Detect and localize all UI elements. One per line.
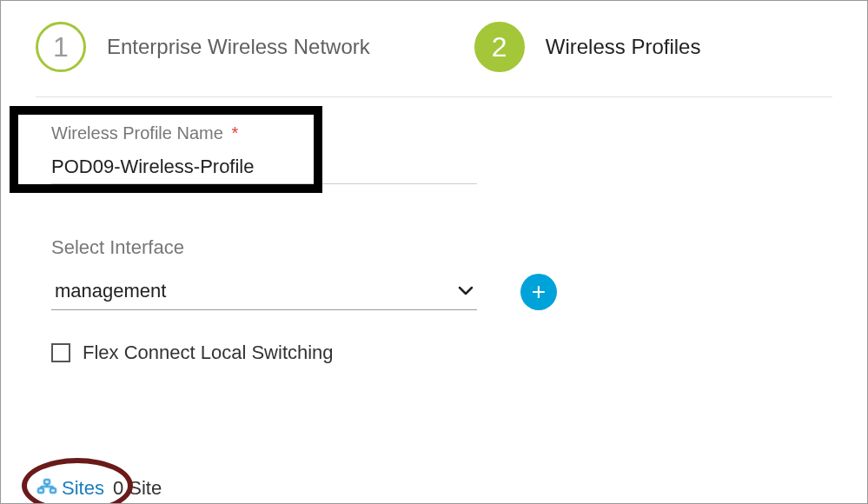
add-interface-button[interactable]: + xyxy=(520,274,557,310)
step-1-number: 1 xyxy=(53,31,69,63)
interface-row: management + xyxy=(51,273,832,310)
profile-name-group: Wireless Profile Name * xyxy=(36,123,832,184)
step-2-number: 2 xyxy=(492,31,507,63)
step-1-circle: 1 xyxy=(36,22,86,72)
interface-group: Select Interface management + Flex Conne… xyxy=(36,236,832,364)
flex-connect-checkbox[interactable] xyxy=(51,343,70,362)
svg-rect-2 xyxy=(50,488,56,493)
wizard-stepper: 1 Enterprise Wireless Network 2 Wireless… xyxy=(1,1,867,96)
sites-link[interactable]: Sites xyxy=(62,477,104,500)
profile-name-label: Wireless Profile Name * xyxy=(51,123,832,143)
sites-wrapper: Sites xyxy=(37,477,104,500)
step-2-circle: 2 xyxy=(474,22,525,72)
profile-name-label-text: Wireless Profile Name xyxy=(51,123,223,143)
step-1-label: Enterprise Wireless Network xyxy=(107,35,370,59)
sites-row: Sites 0 Site xyxy=(37,477,162,500)
chevron-down-icon xyxy=(458,282,474,301)
required-asterisk: * xyxy=(231,123,238,143)
content-area: Wireless Profile Name * Select Interface… xyxy=(1,97,867,364)
interface-selected-value: management xyxy=(55,280,166,302)
flex-connect-label: Flex Connect Local Switching xyxy=(83,342,334,364)
step-1[interactable]: 1 Enterprise Wireless Network xyxy=(36,22,370,72)
profile-name-input[interactable] xyxy=(51,150,477,184)
hierarchy-icon xyxy=(37,479,56,499)
plus-icon: + xyxy=(532,280,546,304)
sites-count: 0 Site xyxy=(113,477,162,500)
flex-connect-row: Flex Connect Local Switching xyxy=(51,342,832,364)
svg-rect-0 xyxy=(44,480,50,484)
svg-rect-1 xyxy=(38,488,43,493)
interface-label: Select Interface xyxy=(51,236,832,259)
step-2[interactable]: 2 Wireless Profiles xyxy=(474,22,701,72)
interface-select[interactable]: management xyxy=(51,273,477,310)
step-2-label: Wireless Profiles xyxy=(546,35,701,59)
